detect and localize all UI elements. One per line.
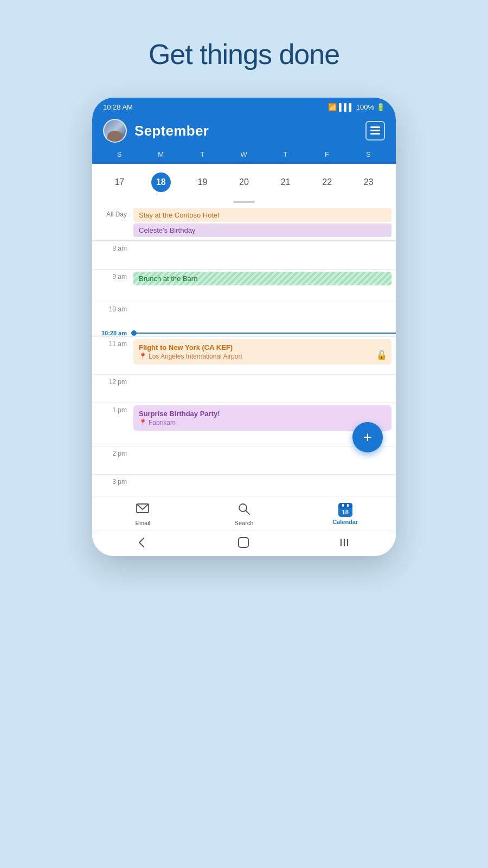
add-event-fab[interactable]: + — [352, 422, 383, 452]
birthday-location: 📍 Fabrikam — [139, 419, 386, 426]
battery-icon: 🔋 — [376, 103, 385, 111]
content-12pm — [131, 375, 396, 377]
recents-button[interactable] — [340, 538, 351, 547]
current-time-dot — [131, 330, 137, 336]
dow-wed: W — [223, 150, 265, 158]
search-icon — [238, 503, 250, 518]
time-2pm: 2 pm — [92, 446, 131, 457]
time-8am: 8 am — [92, 241, 131, 252]
bottom-nav: Email Search — [92, 496, 396, 531]
date-21[interactable]: 21 — [265, 170, 306, 194]
dow-sat: S — [348, 150, 389, 158]
android-nav-bar — [92, 531, 396, 556]
timeslot-8am: 8 am — [92, 241, 396, 269]
event-celeste-birthday[interactable]: Celeste's Birthday — [133, 224, 391, 237]
current-time-line — [137, 333, 396, 334]
svg-rect-1 — [370, 130, 380, 131]
nav-email[interactable]: Email — [92, 501, 194, 528]
allday-events: Stay at the Contoso Hotel Celeste's Birt… — [131, 207, 396, 238]
time-10am: 10 am — [92, 302, 131, 313]
user-avatar[interactable] — [103, 119, 127, 143]
email-label: Email — [136, 520, 151, 526]
time-1pm: 1 pm — [92, 403, 131, 414]
calendar-body: All Day Stay at the Contoso Hotel Celest… — [92, 205, 396, 496]
status-icons: 📶 ▌▌▌ 100% 🔋 — [328, 103, 385, 111]
phone-frame: 10:28 AM 📶 ▌▌▌ 100% 🔋 September S M T — [92, 98, 396, 556]
home-button[interactable] — [237, 537, 249, 548]
flight-location-text: Los Angeles International Airport — [149, 353, 242, 360]
calendar-label: Calendar — [332, 519, 358, 525]
signal-icon: ▌▌▌ — [339, 103, 354, 111]
timeslot-1pm: 1 pm Surprise Birthday Party! 📍 Fabrikam — [92, 403, 396, 446]
timeslot-9am: 9 am Brunch at the Barn — [92, 269, 396, 302]
content-3pm — [131, 475, 396, 477]
date-17[interactable]: 17 — [99, 170, 140, 194]
flight-title: Flight to New York (CA KEF) — [139, 343, 386, 352]
svg-rect-2 — [370, 133, 380, 135]
allday-label: All Day — [92, 207, 131, 238]
content-8am — [131, 241, 396, 244]
time-9am: 9 am — [92, 270, 131, 280]
status-time: 10:28 AM — [103, 103, 133, 111]
status-bar: 10:28 AM 📶 ▌▌▌ 100% 🔋 — [92, 98, 396, 114]
allday-section: All Day Stay at the Contoso Hotel Celest… — [92, 205, 396, 241]
back-button[interactable] — [137, 537, 147, 548]
nav-calendar[interactable]: 18 Calendar — [294, 501, 396, 528]
event-brunch[interactable]: Brunch at the Barn — [133, 272, 391, 285]
avatar-image — [104, 120, 126, 142]
birthday-pin-icon: 📍 — [139, 419, 147, 426]
month-title: September — [134, 123, 209, 139]
flight-location: 📍 Los Angeles International Airport — [139, 353, 386, 360]
time-12pm: 12 pm — [92, 375, 131, 386]
event-contoso-hotel[interactable]: Stay at the Contoso Hotel — [133, 208, 391, 222]
scroll-handle — [92, 196, 396, 205]
content-11am: Flight to New York (CA KEF) 📍 Los Angele… — [131, 337, 396, 367]
email-icon — [136, 503, 149, 518]
timeslot-2pm: 2 pm — [92, 446, 396, 474]
dow-sun: S — [99, 150, 140, 158]
search-label: Search — [235, 520, 254, 526]
birthday-location-text: Fabrikam — [149, 419, 176, 426]
event-birthday-party[interactable]: Surprise Birthday Party! 📍 Fabrikam — [133, 405, 391, 431]
date-22[interactable]: 22 — [306, 170, 348, 194]
calendar-icon: 18 — [338, 503, 352, 517]
timeslot-11am: 11 am Flight to New York (CA KEF) 📍 Los … — [92, 336, 396, 374]
current-time-row: 10:28 am — [92, 330, 396, 336]
date-20[interactable]: 20 — [223, 170, 265, 194]
svg-rect-6 — [239, 538, 248, 547]
calendar-header: September — [92, 114, 396, 150]
battery-text: 100% — [356, 103, 374, 111]
dow-thu: T — [265, 150, 306, 158]
date-23[interactable]: 23 — [348, 170, 389, 194]
allday-row: All Day Stay at the Contoso Hotel Celest… — [92, 205, 396, 240]
date-row: 17 18 19 20 21 22 23 — [92, 164, 396, 196]
location-pin-icon: 📍 — [139, 353, 147, 360]
date-18[interactable]: 18 — [140, 170, 182, 194]
dow-mon: M — [140, 150, 182, 158]
date-19[interactable]: 19 — [182, 170, 223, 194]
header-left: September — [103, 119, 209, 143]
time-11am: 11 am — [92, 337, 131, 348]
svg-rect-0 — [370, 126, 380, 128]
time-3pm: 3 pm — [92, 475, 131, 486]
dow-tue: T — [182, 150, 223, 158]
day-of-week-row: S M T W T F S — [92, 150, 396, 164]
content-10am — [131, 302, 396, 304]
content-9am: Brunch at the Barn — [131, 270, 396, 286]
timeslot-3pm: 3 pm — [92, 474, 396, 496]
birthday-title: Surprise Birthday Party! — [139, 410, 386, 418]
timeslot-10am: 10 am — [92, 302, 396, 330]
lock-icon: 🔓 — [376, 350, 387, 360]
svg-line-5 — [246, 510, 249, 514]
page-headline: Get things done — [149, 38, 339, 71]
event-flight[interactable]: Flight to New York (CA KEF) 📍 Los Angele… — [133, 339, 391, 365]
dow-fri: F — [306, 150, 348, 158]
current-time-label: 10:28 am — [92, 330, 131, 336]
scroll-pill — [233, 201, 255, 203]
wifi-icon: 📶 — [328, 103, 337, 111]
list-view-icon[interactable] — [365, 121, 385, 141]
nav-search[interactable]: Search — [194, 501, 295, 528]
timeslot-12pm: 12 pm — [92, 374, 396, 403]
